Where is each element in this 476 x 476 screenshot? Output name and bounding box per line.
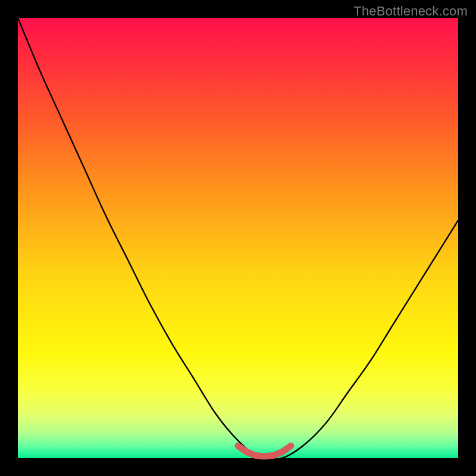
- bottleneck-curve: [18, 18, 458, 460]
- optimal-zone-marker: [238, 446, 291, 456]
- chart-frame: TheBottleneck.com: [0, 0, 476, 476]
- chart-svg: [18, 18, 458, 458]
- plot-area: [18, 18, 458, 458]
- watermark-text: TheBottleneck.com: [353, 4, 468, 19]
